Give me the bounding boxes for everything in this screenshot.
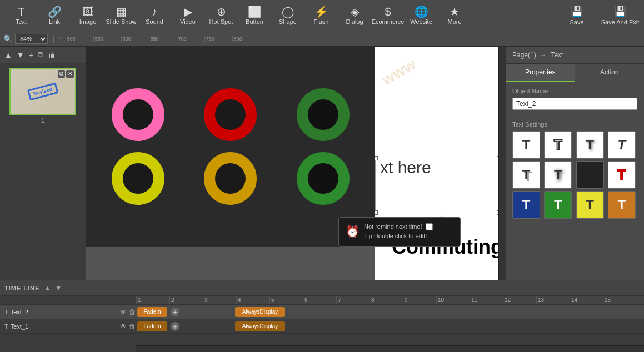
slide-add-btn[interactable]: +: [28, 49, 34, 61]
ruler-unit: ↔: [58, 34, 63, 43]
tl-block-always-2[interactable]: AlwaysDisplay: [235, 321, 285, 331]
tool-link[interactable]: 🔗 Link: [38, 2, 71, 29]
tool-link-label: Link: [49, 18, 60, 25]
tl-add-btn-2[interactable]: +: [171, 322, 179, 331]
text-style-italic[interactable]: T: [608, 131, 636, 159]
shape-yellow-circle[interactable]: [112, 152, 164, 205]
ecommerce-icon: $: [385, 6, 391, 17]
resize-handle-tl[interactable]: [375, 156, 378, 160]
resize-handle-bl[interactable]: [375, 210, 378, 215]
timeline-header: TIME LINE ▲ ▼: [0, 280, 644, 296]
website-icon: 🌐: [415, 6, 428, 17]
object-name-input[interactable]: [512, 98, 637, 110]
tl-block-fadein-1[interactable]: FadeIn: [137, 307, 167, 317]
breadcrumb-page: Page(1): [512, 51, 536, 59]
tool-more-label: More: [447, 18, 461, 25]
tab-properties[interactable]: Properties: [506, 64, 575, 82]
text-box-selected[interactable]: xt here: [375, 158, 500, 213]
tool-sound[interactable]: ♪ Sound: [138, 2, 171, 29]
ruler-mark-3: 3: [203, 296, 236, 304]
timeline-scrollbar-h[interactable]: [136, 345, 644, 352]
track-del-btn-1[interactable]: 🗑: [129, 308, 136, 316]
text-style-bold-shadow[interactable]: T: [544, 161, 572, 189]
ruler-mark-10: 10: [436, 296, 470, 304]
canvas-scrollbar-v[interactable]: [498, 47, 505, 280]
tool-button[interactable]: ⬜ Button: [238, 2, 271, 29]
tool-text[interactable]: T Text: [4, 2, 38, 29]
tool-image[interactable]: 🖼 Image: [71, 2, 104, 29]
save-exit-icon: 💾: [614, 6, 626, 18]
tab-action[interactable]: Action: [575, 64, 645, 82]
slide-delete-btn[interactable]: 🗑: [47, 49, 57, 61]
save-button[interactable]: 💾 Save: [557, 2, 596, 29]
video-icon: ▶: [184, 6, 192, 17]
ruler-area: 500 550 600 650 700 750 800: [66, 36, 641, 42]
tool-shape[interactable]: ◯ Shape: [271, 2, 304, 29]
tool-video[interactable]: ▶ Video: [171, 2, 204, 29]
track-del-btn-2[interactable]: 🗑: [129, 323, 136, 330]
slide-up-btn[interactable]: ▲: [3, 49, 13, 61]
timeline-expand-btn[interactable]: ▼: [55, 284, 62, 292]
slide-item[interactable]: ⧉ ✕ Revised 1: [0, 63, 86, 126]
slide-copy-icon[interactable]: ⧉: [58, 70, 65, 78]
save-exit-button[interactable]: 💾 Save And Exit: [601, 2, 640, 29]
zoom-select[interactable]: 84%50%75%100%125%: [15, 34, 48, 44]
tool-image-label: Image: [79, 18, 97, 25]
tooltip-clock-icon: ⏰: [346, 225, 360, 238]
track-eye-btn-1[interactable]: 👁: [120, 308, 127, 316]
timeline-track-text1: T Text_1 👁 🗑: [0, 319, 136, 334]
tooltip-checkbox[interactable]: [426, 223, 433, 230]
shape-green-circle-1[interactable]: [297, 88, 350, 141]
image-icon: 🖼: [82, 6, 93, 17]
timeline: TIME LINE ▲ ▼ T Text_2 👁 🗑 T Text_1 👁 🗑: [0, 280, 644, 352]
tl-block-always-1[interactable]: AlwaysDisplay: [235, 307, 285, 317]
tool-ecommerce[interactable]: $ Ecommerce: [371, 2, 405, 29]
text-style-gold-bg[interactable]: T: [608, 191, 636, 219]
text-style-plain[interactable]: T: [512, 131, 540, 159]
text-style-red-outline[interactable]: T: [608, 161, 636, 189]
text-style-blue-bg[interactable]: T: [512, 191, 540, 219]
tool-dialog[interactable]: ◈ Dialog: [338, 2, 371, 29]
watermark-1: www: [378, 56, 419, 89]
slide-down-btn[interactable]: ▼: [16, 49, 26, 61]
text-style-shadow2[interactable]: T: [512, 161, 540, 189]
text-style-outline[interactable]: T: [544, 131, 572, 159]
track-eye-btn-2[interactable]: 👁: [120, 323, 127, 330]
ruler-mark-7: 7: [336, 296, 370, 304]
ruler-toggle[interactable]: |: [52, 34, 54, 43]
tl-block-fadein-2[interactable]: FadeIn: [137, 321, 167, 331]
tool-website[interactable]: 🌐 Website: [405, 2, 438, 29]
slide-del-icon[interactable]: ✕: [66, 70, 74, 78]
text-style-shadow[interactable]: T: [576, 131, 604, 159]
timeline-tracks: T Text_2 👁 🗑 T Text_1 👁 🗑: [0, 296, 136, 345]
shape-pink-circle[interactable]: [112, 88, 164, 141]
shape-gold-circle[interactable]: [204, 152, 257, 205]
left-panel: ▲ ▼ + ⧉ 🗑 ⧉ ✕ Revised 1: [0, 47, 86, 280]
text-settings-section: Text Settings: T T T T T T T T T T T T: [506, 115, 644, 224]
breadcrumb: Page(1) → Text: [506, 47, 644, 64]
slide-duplicate-btn[interactable]: ⧉: [37, 49, 44, 61]
tool-flash[interactable]: ⚡ Flash: [304, 2, 338, 29]
tool-more[interactable]: ★ More: [438, 2, 471, 29]
edit-tooltip: ⏰ Not remind next time! Tip:Double click…: [338, 217, 461, 247]
tool-sound-label: Sound: [146, 18, 163, 25]
main-area: ▲ ▼ + ⧉ 🗑 ⧉ ✕ Revised 1: [0, 47, 644, 280]
text-style-dark-bg[interactable]: T: [576, 161, 604, 189]
sound-icon: ♪: [152, 6, 157, 17]
shape-red-circle[interactable]: [204, 88, 257, 141]
ruler-mark-15: 15: [603, 296, 636, 304]
tl-add-btn-1[interactable]: +: [171, 308, 179, 316]
slides-toolbar: ▲ ▼ + ⧉ 🗑: [0, 47, 86, 63]
object-name-section: Object Name:: [506, 82, 644, 115]
text-style-green-bg[interactable]: T: [544, 191, 572, 219]
tool-hotspot[interactable]: ⊕ Hot Spot: [204, 2, 238, 29]
shape-green-circle-2[interactable]: [297, 152, 350, 205]
right-panel: Page(1) → Text Properties Action Object …: [505, 47, 644, 280]
timeline-collapse-btn[interactable]: ▲: [44, 284, 51, 292]
ruler-mark-5: 5: [269, 296, 303, 304]
track-name-text2: Text_2: [11, 309, 118, 315]
ruler-mark-13: 13: [536, 296, 570, 304]
track-text-icon-2: T: [4, 323, 8, 330]
text-style-yellow-bg[interactable]: T: [576, 191, 604, 219]
tool-slideshow[interactable]: ▦ Slide Show: [104, 2, 138, 29]
